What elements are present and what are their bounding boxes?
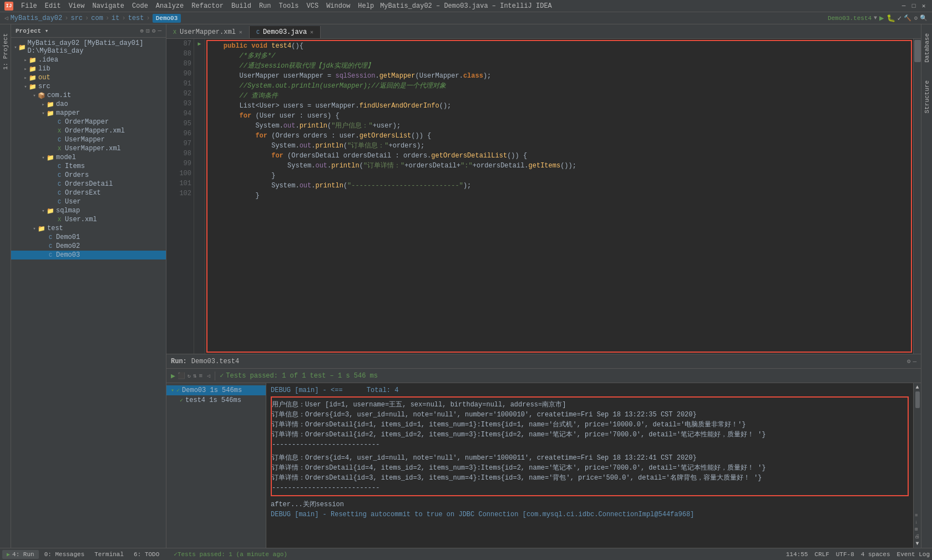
event-log-link[interactable]: Event Log <box>897 551 930 558</box>
tree-arrow-lib[interactable]: ▸ <box>22 65 29 72</box>
tab-usermapperxml[interactable]: X UserMapper.xml ✕ <box>166 26 250 38</box>
tree-arrow-comit[interactable]: ▾ <box>31 92 38 99</box>
tree-item-sqlmap[interactable]: ▾ 📁 sqlmap <box>11 206 166 215</box>
tree-arrow-test[interactable]: ▾ <box>31 225 38 232</box>
tree-item-ordersext[interactable]: ▸ C OrdersExt <box>11 189 166 197</box>
menu-refactor[interactable]: Refactor <box>188 1 227 11</box>
settings-button[interactable]: ⚙ <box>914 14 918 22</box>
tree-arrow-out[interactable]: ▸ <box>22 74 29 81</box>
code-editor[interactable]: public void test4(){ /*多对多*/ //通过session… <box>206 40 912 353</box>
tree-item-ordermapper[interactable]: ▸ C OrderMapper <box>11 118 166 126</box>
tree-item-ordersdetail[interactable]: ▸ C OrdersDetail <box>11 180 166 189</box>
panel-icon-2[interactable]: ⊡ <box>146 27 150 34</box>
menu-tools[interactable]: Tools <box>276 1 302 11</box>
breadcrumb-test[interactable]: test <box>128 14 144 22</box>
tab-run[interactable]: ▶ 4: Run <box>2 550 39 559</box>
tree-arrow-dao[interactable]: ▸ <box>40 101 47 108</box>
sidebar-label-project[interactable]: 1: Project <box>1 29 10 74</box>
gutter-run-87[interactable]: ▶ <box>194 39 205 49</box>
output-scrollbar[interactable] <box>915 391 920 512</box>
maximize-button[interactable]: □ <box>910 2 918 10</box>
panel-icon-3[interactable]: ⚙ <box>152 27 156 34</box>
run-play-icon[interactable]: ▶ <box>171 371 175 380</box>
minimize-button[interactable]: ─ <box>900 2 908 10</box>
sidebar-label-structure[interactable]: Structure <box>923 76 931 118</box>
back-nav-icon[interactable]: ◁ <box>4 14 8 22</box>
run-filter-icon[interactable]: ≡ <box>199 373 202 379</box>
coverage-button[interactable]: ✓ <box>898 14 902 23</box>
run-panel-settings-icon[interactable]: ⚙ <box>907 358 911 365</box>
tree-arrow-sqlmap[interactable]: ▾ <box>40 207 47 214</box>
output-icon-4[interactable]: 🖨 <box>915 533 920 539</box>
tree-item-dao[interactable]: ▸ 📁 dao <box>11 100 166 109</box>
tree-item-demo03[interactable]: ▸ C Demo03 <box>11 251 166 259</box>
run-tab-active[interactable]: Demo03.test4 <box>191 358 239 365</box>
run-prev-icon[interactable]: ◁ <box>207 373 210 379</box>
output-icon-1[interactable]: ≡ <box>915 513 920 518</box>
build-button[interactable]: 🔨 <box>904 14 911 22</box>
breadcrumb-project[interactable]: MyBatis_day02 <box>11 14 63 22</box>
tree-item-idea[interactable]: ▸ 📁 .idea <box>11 55 166 64</box>
menu-analyze[interactable]: Analyze <box>153 1 187 11</box>
sidebar-label-database[interactable]: Database <box>923 29 931 67</box>
tree-arrow-idea[interactable]: ▸ <box>22 57 29 63</box>
run-stop-icon[interactable]: ⬛ <box>178 372 185 379</box>
output-icon-3[interactable]: ⊞ <box>915 526 920 532</box>
run-config-dropdown[interactable]: ▼ <box>874 15 877 21</box>
search-everywhere-button[interactable]: 🔍 <box>920 14 928 22</box>
run-item-test4[interactable]: ✓ test4 1s 546ms <box>166 395 266 405</box>
scrollbar-thumb[interactable] <box>914 40 921 62</box>
tree-item-model[interactable]: ▾ 📁 model <box>11 153 166 162</box>
tree-item-usermapper[interactable]: ▸ C UserMapper <box>11 135 166 144</box>
tree-item-user[interactable]: ▸ C User <box>11 197 166 206</box>
tree-item-src[interactable]: ▾ 📁 src <box>11 82 166 91</box>
tab-messages[interactable]: 0: Messages <box>40 550 89 559</box>
tree-item-orders[interactable]: ▸ C Orders <box>11 171 166 180</box>
menu-window[interactable]: Window <box>323 1 353 11</box>
tab-todo[interactable]: 6: TODO <box>129 550 164 559</box>
tree-item-root[interactable]: ▾ 📁 MyBatis_day02 [MyBatis_day01] D:\MyB… <box>11 39 166 55</box>
menu-view[interactable]: View <box>65 1 88 11</box>
debug-button[interactable]: 🐛 <box>887 14 895 23</box>
tab-demo03java-close[interactable]: ✕ <box>310 29 313 35</box>
panel-icon-1[interactable]: ⊕ <box>140 27 144 34</box>
menu-edit[interactable]: Edit <box>42 1 64 11</box>
menu-help[interactable]: Help <box>354 1 377 11</box>
menu-run[interactable]: Run <box>256 1 275 11</box>
tree-item-test[interactable]: ▾ 📁 test <box>11 224 166 233</box>
tree-item-usermapperxml[interactable]: ▸ X UserMapper.xml <box>11 144 166 153</box>
tree-arrow-mapper[interactable]: ▾ <box>40 110 47 116</box>
output-icon-2[interactable]: ↓ <box>915 520 920 525</box>
run-rerun-icon[interactable]: ↻ <box>188 373 191 379</box>
tree-item-mapper[interactable]: ▾ 📁 mapper <box>11 109 166 118</box>
tree-item-comit[interactable]: ▾ 📦 com.it <box>11 91 166 100</box>
menu-build[interactable]: Build <box>228 1 255 11</box>
tree-arrow-model[interactable]: ▾ <box>40 154 47 161</box>
menu-navigate[interactable]: Navigate <box>89 1 128 11</box>
run-sort-icon[interactable]: ⇅ <box>193 372 197 379</box>
tree-arrow-src[interactable]: ▾ <box>22 83 29 90</box>
panel-icon-4[interactable]: — <box>158 27 161 34</box>
scroll-down-icon[interactable]: ▼ <box>915 541 919 547</box>
run-item-suite[interactable]: ▾ ✓ Demo03 1s 546ms <box>166 385 266 395</box>
tree-arrow-root[interactable]: ▾ <box>13 44 18 50</box>
menu-vcs[interactable]: VCS <box>303 1 322 11</box>
run-button[interactable]: ▶ <box>879 13 884 23</box>
run-panel-minimize-icon[interactable]: — <box>913 358 916 365</box>
tab-usermapperxml-close[interactable]: ✕ <box>239 29 242 35</box>
output-scrollbar-thumb[interactable] <box>915 391 920 408</box>
breadcrumb-com[interactable]: com <box>91 14 103 22</box>
tree-item-ordermapperxml[interactable]: ▸ X OrderMapper.xml <box>11 126 166 135</box>
tree-item-userxml[interactable]: ▸ X User.xml <box>11 215 166 224</box>
tree-item-demo01[interactable]: ▸ C Demo01 <box>11 233 166 242</box>
close-button[interactable]: ✕ <box>920 2 928 10</box>
tree-item-out[interactable]: ▸ 📁 out <box>11 73 166 82</box>
tree-item-items[interactable]: ▸ C Items <box>11 162 166 171</box>
editor-scrollbar[interactable] <box>913 39 921 354</box>
scroll-up-icon[interactable]: ▲ <box>915 384 919 390</box>
tab-terminal[interactable]: Terminal <box>90 550 128 559</box>
menu-file[interactable]: File <box>18 1 40 11</box>
tree-item-lib[interactable]: ▸ 📁 lib <box>11 64 166 73</box>
breadcrumb-it[interactable]: it <box>112 14 119 22</box>
tree-item-demo02[interactable]: ▸ C Demo02 <box>11 242 166 251</box>
